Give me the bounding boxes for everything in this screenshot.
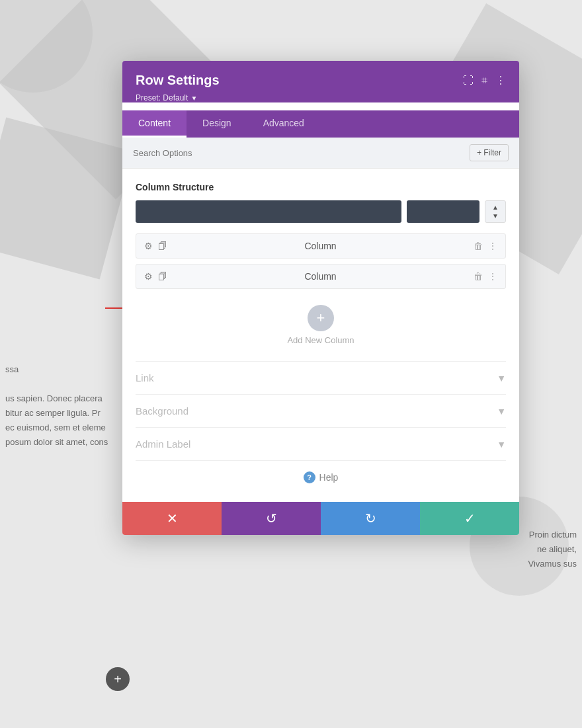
add-element-button[interactable]: + — [106, 667, 130, 691]
link-accordion-header[interactable]: Link ▼ — [136, 372, 506, 384]
modal-header: Row Settings ⛶ ⌗ ⋮ Preset: Default ▼ — [122, 61, 519, 102]
search-bar: + Filter — [122, 138, 519, 169]
col-bar-narrow[interactable] — [407, 200, 479, 223]
modal-body: Column Structure ▲ ▼ ⚙ 🗍 Column 🗑 ⋮ — [122, 169, 519, 502]
background-accordion-header[interactable]: Background ▼ — [136, 405, 506, 417]
column-item-2: ⚙ 🗍 Column 🗑 ⋮ — [136, 264, 506, 289]
row-settings-modal: Row Settings ⛶ ⌗ ⋮ Preset: Default ▼ Con… — [122, 61, 519, 535]
link-accordion: Link ▼ — [136, 361, 506, 394]
link-chevron-icon: ▼ — [497, 373, 506, 384]
column-1-copy-icon[interactable]: 🗍 — [158, 241, 167, 251]
column-2-copy-icon[interactable]: 🗍 — [158, 271, 167, 282]
bg-text-left: ssa us sapien. Donec placera bitur ac se… — [0, 357, 126, 456]
chevron-up-icon: ▲ — [492, 204, 499, 211]
link-accordion-title: Link — [136, 372, 154, 384]
column-2-label: Column — [167, 271, 474, 282]
layout-icon[interactable]: ⌗ — [481, 75, 487, 87]
chevron-down-icon: ▼ — [492, 212, 499, 220]
modal-header-icons: ⛶ ⌗ ⋮ — [463, 74, 506, 87]
background-accordion: Background ▼ — [136, 394, 506, 427]
save-button[interactable]: ✓ — [420, 502, 519, 535]
column-structure-label: Column Structure — [136, 182, 506, 192]
add-column-section: + Add New Column — [136, 294, 506, 361]
admin-label-chevron-icon: ▼ — [497, 439, 506, 450]
column-1-actions: 🗑 ⋮ — [474, 241, 497, 251]
column-item-1: ⚙ 🗍 Column 🗑 ⋮ — [136, 233, 506, 259]
help-section: ? Help — [136, 460, 506, 489]
redo-button[interactable]: ↻ — [321, 502, 420, 535]
modal-tabs: Content Design Advanced — [122, 110, 519, 138]
column-1-icons: ⚙ 🗍 — [144, 241, 167, 251]
background-chevron-icon: ▼ — [497, 406, 506, 417]
add-column-button[interactable]: + — [308, 305, 334, 331]
admin-label-accordion: Admin Label ▼ — [136, 427, 506, 460]
column-1-settings-icon[interactable]: ⚙ — [144, 241, 153, 251]
more-options-icon[interactable]: ⋮ — [495, 74, 506, 87]
modal-footer: ✕ ↺ ↻ ✓ — [122, 502, 519, 535]
admin-label-accordion-header[interactable]: Admin Label ▼ — [136, 438, 506, 450]
column-1-label: Column — [167, 241, 474, 251]
help-button[interactable]: ? Help — [304, 471, 339, 483]
tab-content[interactable]: Content — [122, 110, 187, 138]
undo-button[interactable]: ↺ — [222, 502, 321, 535]
background-accordion-title: Background — [136, 405, 188, 417]
column-2-icons: ⚙ 🗍 — [144, 271, 167, 282]
modal-title: Row Settings — [136, 73, 220, 88]
column-structure-selector: ▲ ▼ — [136, 200, 506, 223]
column-2-delete-icon[interactable]: 🗑 — [474, 271, 483, 282]
tab-design[interactable]: Design — [187, 110, 247, 138]
column-2-actions: 🗑 ⋮ — [474, 271, 497, 282]
col-arrows-stepper[interactable]: ▲ ▼ — [485, 200, 506, 223]
help-icon: ? — [304, 471, 315, 483]
column-1-more-icon[interactable]: ⋮ — [488, 241, 497, 251]
col-bar-wide[interactable] — [136, 200, 401, 223]
cancel-button[interactable]: ✕ — [122, 502, 222, 535]
help-label: Help — [319, 472, 339, 483]
column-1-delete-icon[interactable]: 🗑 — [474, 241, 483, 251]
tab-advanced[interactable]: Advanced — [247, 110, 320, 138]
modal-header-top: Row Settings ⛶ ⌗ ⋮ — [136, 73, 506, 88]
column-2-more-icon[interactable]: ⋮ — [488, 271, 497, 282]
preset-dropdown-arrow[interactable]: ▼ — [190, 95, 197, 102]
fullscreen-icon[interactable]: ⛶ — [463, 75, 474, 87]
column-2-settings-icon[interactable]: ⚙ — [144, 271, 153, 282]
add-column-label: Add New Column — [287, 335, 354, 345]
admin-label-accordion-title: Admin Label — [136, 438, 190, 450]
preset-label: Preset: Default — [136, 93, 188, 102]
filter-button[interactable]: + Filter — [470, 144, 509, 161]
preset-row: Preset: Default ▼ — [136, 93, 506, 102]
search-input[interactable] — [133, 148, 470, 158]
